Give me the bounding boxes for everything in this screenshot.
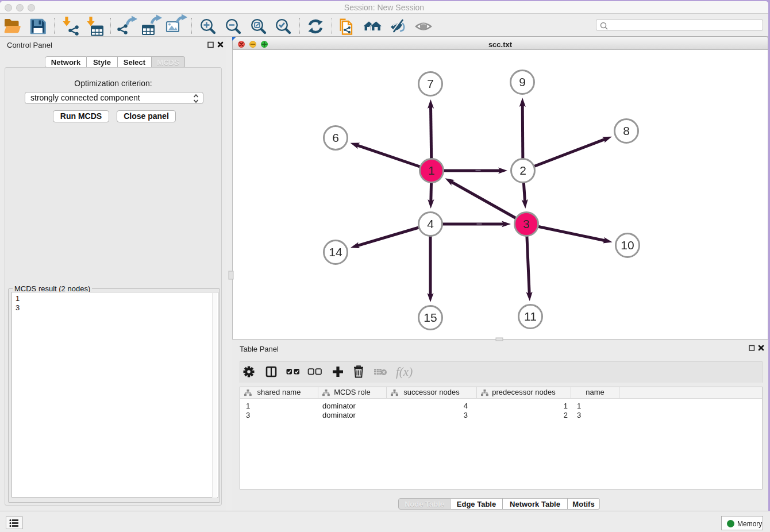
svg-text:6: 6 xyxy=(332,131,339,144)
svg-text:2: 2 xyxy=(519,164,526,177)
svg-text:8: 8 xyxy=(623,124,630,137)
svg-text:10: 10 xyxy=(621,238,634,252)
svg-text:11: 11 xyxy=(524,310,537,323)
svg-text:7: 7 xyxy=(427,77,434,90)
svg-text:4: 4 xyxy=(427,217,434,230)
svg-text:15: 15 xyxy=(424,311,437,324)
svg-text:9: 9 xyxy=(519,75,526,88)
svg-text:3: 3 xyxy=(523,217,530,230)
svg-text:1: 1 xyxy=(428,164,435,177)
svg-text:14: 14 xyxy=(329,245,342,259)
